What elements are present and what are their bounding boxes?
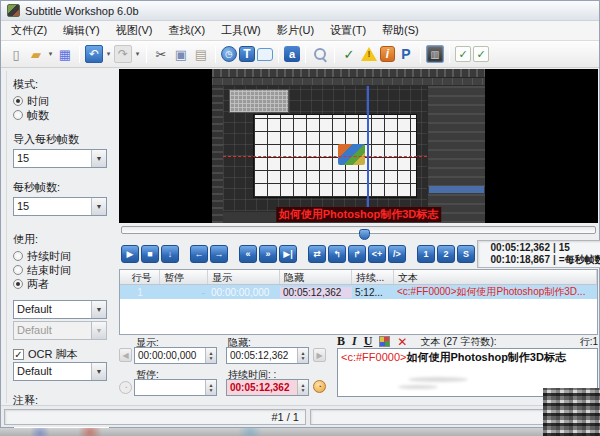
- mode-time-radio[interactable]: 时间: [13, 94, 111, 108]
- sync-point-2-button[interactable]: 2: [437, 245, 455, 263]
- timing-clock-icon[interactable]: ◷: [221, 46, 237, 62]
- col-pause[interactable]: 暂停: [160, 270, 208, 284]
- col-duration[interactable]: 持续...: [352, 270, 394, 284]
- set-end-time-button[interactable]: ↱: [348, 245, 366, 263]
- seek-thumb[interactable]: [359, 229, 370, 240]
- comment-bubble-icon[interactable]: [257, 48, 273, 61]
- insert-text-icon[interactable]: T: [239, 46, 255, 62]
- work-duration-radio[interactable]: 持续时间: [13, 249, 111, 263]
- status-counter-panel: #1 / 1: [4, 409, 306, 425]
- chevron-down-icon[interactable]: ▼: [91, 150, 106, 167]
- menu-item-tools[interactable]: 工具(W): [213, 21, 269, 40]
- settings-panel: 模式: 时间 帧数 导入每秒帧数 15 ▼ 每秒帧数: 15 ▼ 使用: 持续时…: [6, 71, 113, 403]
- input-fps-select[interactable]: 15 ▼: [13, 149, 107, 168]
- menu-item-edit[interactable]: 编辑(Y): [55, 21, 108, 40]
- sync-point-1-button[interactable]: 1: [417, 245, 435, 263]
- work-end-radio[interactable]: 结束时间: [13, 263, 111, 277]
- hide-time-input[interactable]: 00:05:12,362 ▲▼: [226, 347, 309, 364]
- spinner-arrows-icon[interactable]: ▲▼: [297, 380, 308, 395]
- menu-item-search[interactable]: 查找(X): [160, 21, 213, 40]
- italic-button[interactable]: I: [352, 334, 357, 349]
- chevron-down-icon[interactable]: ▼: [91, 301, 106, 318]
- duration-input[interactable]: 00:05:12,362 ▲▼: [226, 379, 309, 396]
- new-file-icon[interactable]: ▯: [7, 45, 25, 63]
- spinner-arrows-icon[interactable]: ▲▼: [205, 348, 216, 363]
- bold-button[interactable]: B: [337, 334, 345, 349]
- spinner-arrows-icon[interactable]: ▲▼: [205, 380, 216, 395]
- chevron-down-icon[interactable]: ▼: [91, 198, 106, 215]
- chevron-down-icon: ▼: [91, 322, 106, 339]
- row-pause: -: [160, 287, 208, 298]
- end-subtitle-button[interactable]: />: [388, 245, 406, 263]
- charset-primary-select[interactable]: Default ▼: [13, 300, 107, 319]
- menu-item-movie[interactable]: 影片(U): [269, 21, 322, 40]
- toolbar-separator: [334, 46, 335, 63]
- save-file-icon[interactable]: ▦: [56, 45, 74, 63]
- cut-icon[interactable]: ✂: [152, 45, 170, 63]
- menu-item-file[interactable]: 文件(Z): [3, 21, 55, 40]
- menu-item-settings[interactable]: 设置(T): [322, 21, 374, 40]
- start-subtitle-button[interactable]: <+: [368, 245, 386, 263]
- previous-subtitle-button[interactable]: ←: [190, 245, 208, 263]
- pause-input[interactable]: ▲▼: [134, 379, 217, 396]
- col-line-number[interactable]: 行号: [120, 270, 160, 284]
- move-subtitle-button[interactable]: ⇄: [308, 245, 326, 263]
- ocr-scripts-checkbox[interactable]: ✓ OCR 脚本: [13, 347, 111, 361]
- prev-time-button[interactable]: ◀: [119, 348, 132, 362]
- open-dropdown-icon[interactable]: ▾: [46, 45, 55, 63]
- error-warning-icon[interactable]: [360, 45, 378, 63]
- menu-item-help[interactable]: 帮助(S): [374, 21, 427, 40]
- set-start-time-button[interactable]: ↰: [328, 245, 346, 263]
- paste-icon[interactable]: ▤: [192, 45, 210, 63]
- spell-check-icon[interactable]: ✓: [340, 45, 358, 63]
- total-time: 00:10:18,867: [482, 254, 550, 266]
- fps-select[interactable]: 15 ▼: [13, 197, 107, 216]
- mode-time-label: 时间: [27, 94, 49, 109]
- open-file-icon[interactable]: ▰: [27, 45, 45, 63]
- radio-icon: [13, 265, 23, 275]
- translate-icon[interactable]: a: [284, 46, 300, 62]
- color-palette-icon[interactable]: [379, 336, 390, 347]
- play-button[interactable]: ▶: [121, 245, 139, 263]
- redo-dropdown-icon[interactable]: ▾: [133, 45, 142, 63]
- pascal-script-icon[interactable]: P: [397, 45, 415, 63]
- next-time-button[interactable]: ▶: [313, 348, 326, 362]
- add-sync-point-button[interactable]: S: [457, 245, 475, 263]
- search-icon[interactable]: [311, 45, 329, 63]
- redo-icon[interactable]: ↷: [114, 45, 132, 63]
- seek-bar[interactable]: [119, 223, 598, 239]
- spinner-arrows-icon[interactable]: ▲▼: [297, 348, 308, 363]
- information-icon[interactable]: i: [380, 46, 395, 62]
- work-end-label: 结束时间: [27, 263, 71, 278]
- undo-dropdown-icon[interactable]: ▾: [104, 45, 113, 63]
- mode-label: 模式:: [13, 77, 111, 92]
- work-both-radio[interactable]: 两者: [13, 277, 111, 291]
- video-preview-mode-icon[interactable]: ▥: [426, 45, 444, 63]
- ocr-check-b-icon[interactable]: ✓: [473, 46, 489, 62]
- text-char-count: 文本 (27 字符数):: [420, 335, 496, 349]
- main-toolbar: ▯ ▰ ▾ ▦ ↶ ▾ ↷ ▾ ✂ ▣ ▤ ◷ T a ✓ i P ▥ ✓ ✓: [1, 41, 599, 68]
- copy-icon[interactable]: ▣: [172, 45, 190, 63]
- show-time-input[interactable]: 00:00:00,000 ▲▼: [134, 347, 217, 364]
- ocr-script-select[interactable]: Default ▼: [13, 362, 107, 381]
- menu-item-view[interactable]: 视图(V): [108, 21, 161, 40]
- rewind-button[interactable]: «: [239, 245, 257, 263]
- stop-button[interactable]: ■: [141, 245, 159, 263]
- col-show[interactable]: 显示: [208, 270, 280, 284]
- toggle-scroll-list-button[interactable]: ↓: [161, 245, 179, 263]
- col-text[interactable]: 文本: [394, 270, 597, 284]
- playback-rate-button[interactable]: ▶|: [279, 245, 297, 263]
- next-subtitle-button[interactable]: →: [210, 245, 228, 263]
- chevron-down-icon[interactable]: ▼: [91, 363, 106, 380]
- duration-clock-icon[interactable]: ◔: [313, 380, 326, 393]
- clear-format-button[interactable]: ✕: [397, 335, 407, 349]
- col-hide[interactable]: 隐藏: [280, 270, 352, 284]
- forward-button[interactable]: »: [259, 245, 277, 263]
- mode-frames-radio[interactable]: 帧数: [13, 108, 111, 122]
- ocr-check-a-icon[interactable]: ✓: [455, 46, 471, 62]
- undo-icon[interactable]: ↶: [85, 45, 103, 63]
- table-row[interactable]: 1 - 00:00:00,000 00:05:12,362 5:12... <c…: [120, 285, 597, 299]
- underline-button[interactable]: U: [364, 334, 373, 349]
- row-duration: 5:12...: [352, 287, 394, 298]
- status-message-panel: [310, 409, 548, 425]
